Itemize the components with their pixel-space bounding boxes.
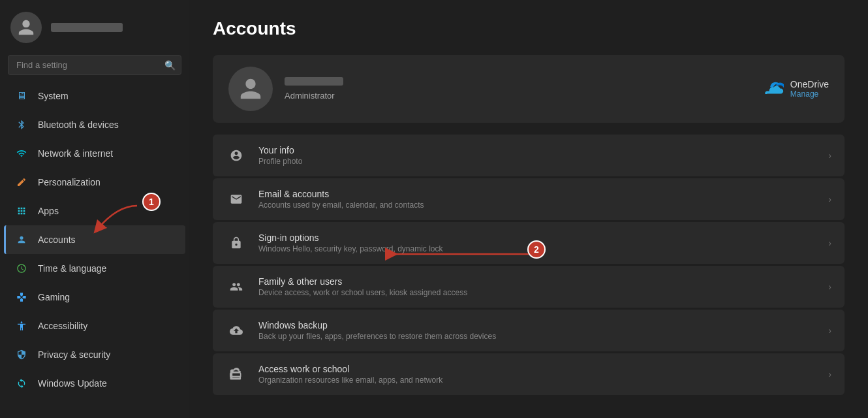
signin-icon xyxy=(226,233,247,253)
settings-item-left: Sign-in options Windows Hello, security … xyxy=(226,233,443,253)
chevron-right-icon: › xyxy=(828,238,831,248)
settings-list: Your info Profile photo › Email & accoun… xyxy=(213,135,845,395)
page-title: Accounts xyxy=(213,18,845,39)
settings-item-backup[interactable]: Windows backup Back up your files, apps,… xyxy=(213,310,845,351)
sidebar-item-system[interactable]: 🖥 System xyxy=(4,82,185,110)
settings-item-left: Windows backup Back up your files, apps,… xyxy=(226,320,496,341)
privacy-icon xyxy=(14,347,29,362)
user-name-bar xyxy=(285,77,343,86)
user-card-left: Administrator xyxy=(228,67,343,111)
sidebar-item-privacy[interactable]: Privacy & security xyxy=(4,340,185,369)
backup-subtitle: Back up your files, apps, preferences to… xyxy=(258,332,496,341)
accounts-icon xyxy=(14,233,29,247)
backup-text: Windows backup Back up your files, apps,… xyxy=(258,320,496,341)
backup-icon xyxy=(226,320,247,341)
system-icon: 🖥 xyxy=(14,89,29,103)
sidebar-item-gaming[interactable]: Gaming xyxy=(4,283,185,312)
sidebar-item-personalization[interactable]: Personalization xyxy=(4,168,185,197)
settings-item-left: Your info Profile photo xyxy=(226,145,302,166)
chevron-right-icon: › xyxy=(828,194,831,204)
email-subtitle: Accounts used by email, calendar, and co… xyxy=(258,201,424,210)
your-info-icon xyxy=(226,145,247,166)
sidebar-item-label: Apps xyxy=(38,206,59,216)
work-icon xyxy=(226,364,247,385)
user-info: Administrator xyxy=(285,77,343,101)
settings-item-signin[interactable]: Sign-in options Windows Hello, security … xyxy=(213,222,845,264)
windows-update-icon xyxy=(14,376,29,391)
settings-item-left: Family & other users Device access, work… xyxy=(226,276,467,297)
sidebar-item-windows-update[interactable]: Windows Update xyxy=(4,369,185,398)
sidebar-item-label: Accounts xyxy=(38,234,76,245)
email-title: Email & accounts xyxy=(258,189,424,199)
sidebar-item-bluetooth[interactable]: Bluetooth & devices xyxy=(4,110,185,139)
user-avatar-large xyxy=(228,67,273,111)
bluetooth-icon xyxy=(14,118,29,132)
sidebar-item-network[interactable]: Network & internet xyxy=(4,139,185,168)
settings-item-email[interactable]: Email & accounts Accounts used by email,… xyxy=(213,178,845,220)
email-icon xyxy=(226,189,247,210)
main-content: Accounts Administrator O xyxy=(189,0,868,418)
user-card: Administrator OneDrive Manage xyxy=(213,55,845,123)
sidebar: 🔍 🖥 System Bluetooth & devices Network &… xyxy=(0,0,189,418)
apps-icon xyxy=(14,204,29,218)
sidebar-item-label: Personalization xyxy=(38,177,101,187)
profile-name-bar xyxy=(51,23,123,32)
work-subtitle: Organization resources like email, apps,… xyxy=(258,376,442,385)
network-icon xyxy=(14,146,29,161)
signin-title: Sign-in options xyxy=(258,233,443,243)
sidebar-item-label: Gaming xyxy=(38,292,70,302)
settings-item-left: Access work or school Organization resou… xyxy=(226,364,442,385)
chevron-right-icon: › xyxy=(828,281,831,292)
sidebar-item-accessibility[interactable]: Accessibility xyxy=(4,312,185,340)
your-info-title: Your info xyxy=(258,145,302,155)
your-info-subtitle: Profile photo xyxy=(258,157,302,166)
email-text: Email & accounts Accounts used by email,… xyxy=(258,189,424,210)
personalization-icon xyxy=(14,175,29,189)
onedrive-manage[interactable]: Manage xyxy=(790,89,829,99)
sidebar-item-label: Bluetooth & devices xyxy=(38,120,119,130)
onedrive-text: OneDrive Manage xyxy=(790,79,829,99)
family-icon xyxy=(226,276,247,297)
onedrive-label: OneDrive xyxy=(790,79,829,89)
sidebar-item-label: Time & language xyxy=(38,263,106,274)
sidebar-item-label: Windows Update xyxy=(38,378,107,389)
family-text: Family & other users Device access, work… xyxy=(258,276,467,297)
sidebar-item-accounts[interactable]: Accounts xyxy=(4,225,185,254)
avatar xyxy=(10,12,42,43)
sidebar-item-label: Accessibility xyxy=(38,321,87,331)
work-text: Access work or school Organization resou… xyxy=(258,364,442,385)
sidebar-item-label: System xyxy=(38,91,69,101)
settings-item-left: Email & accounts Accounts used by email,… xyxy=(226,189,424,210)
time-icon xyxy=(14,261,29,276)
search-input[interactable] xyxy=(8,55,181,75)
sidebar-item-time[interactable]: Time & language xyxy=(4,254,185,283)
settings-item-work[interactable]: Access work or school Organization resou… xyxy=(213,353,845,395)
annotation-badge-2: 2 xyxy=(527,240,546,259)
chevron-right-icon: › xyxy=(828,325,831,336)
chevron-right-icon: › xyxy=(828,150,831,161)
backup-title: Windows backup xyxy=(258,320,496,330)
onedrive-icon xyxy=(763,80,784,98)
family-title: Family & other users xyxy=(258,276,467,287)
onedrive-section: OneDrive Manage xyxy=(763,79,829,99)
profile-section xyxy=(0,0,189,52)
family-subtitle: Device access, work or school users, kio… xyxy=(258,288,467,297)
accessibility-icon xyxy=(14,319,29,333)
settings-item-family[interactable]: Family & other users Device access, work… xyxy=(213,266,845,308)
sidebar-item-label: Network & internet xyxy=(38,148,113,159)
sidebar-item-label: Privacy & security xyxy=(38,349,110,360)
user-role: Administrator xyxy=(285,91,335,101)
gaming-icon xyxy=(14,290,29,304)
work-title: Access work or school xyxy=(258,364,442,374)
settings-item-your-info[interactable]: Your info Profile photo › xyxy=(213,135,845,176)
signin-subtitle: Windows Hello, security key, password, d… xyxy=(258,244,443,253)
your-info-text: Your info Profile photo xyxy=(258,145,302,166)
search-bar: 🔍 xyxy=(8,55,181,75)
chevron-right-icon: › xyxy=(828,369,831,379)
signin-text: Sign-in options Windows Hello, security … xyxy=(258,233,443,253)
